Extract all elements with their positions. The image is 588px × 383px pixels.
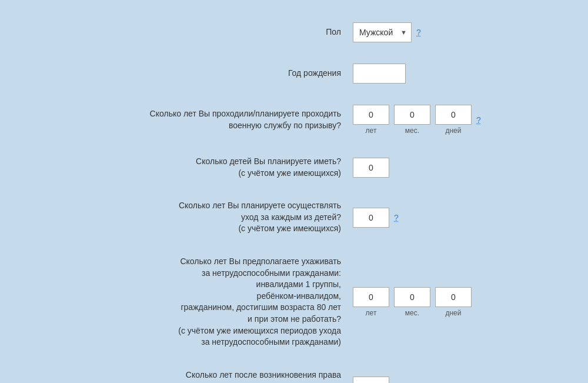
disability-months-label: мес. <box>405 309 419 317</box>
gender-help-link[interactable]: ? <box>416 28 421 37</box>
birth-year-control <box>353 64 482 84</box>
military-months-label: мес. <box>405 126 419 135</box>
disability-days-label: дней <box>445 309 461 317</box>
military-months-group: 0 мес. <box>394 105 430 135</box>
military-help-link[interactable]: ? <box>476 115 481 125</box>
gender-control: Мужской Женский ▼ ? <box>353 22 482 42</box>
disability-months-input[interactable] <box>394 287 430 307</box>
disability-care-row: Сколько лет Вы предполагаете ухаживать з… <box>47 245 541 359</box>
disability-care-control: лет мес. дней <box>353 287 482 317</box>
military-years-label: лет <box>366 126 377 135</box>
military-months-input[interactable]: 0 <box>394 105 430 125</box>
military-years-input[interactable]: 0 <box>353 105 389 125</box>
form-container: Пол Мужской Женский ▼ ? Год рождения Ско… <box>0 0 588 383</box>
children-care-control: ? <box>353 208 482 228</box>
birth-year-row: Год рождения <box>47 53 541 94</box>
pension-delay-label: Сколько лет после возникновения права на… <box>106 369 353 383</box>
gender-select[interactable]: Мужской Женский <box>353 22 412 42</box>
pension-delay-select[interactable]: 0 1 2 3 4 5 <box>353 377 389 383</box>
children-care-label: Сколько лет Вы планируете осуществлятьух… <box>106 200 353 235</box>
military-days-input[interactable]: 0 <box>435 105 472 125</box>
military-service-control: 0 лет 0 мес. 0 дней ? <box>353 105 482 135</box>
disability-months-group: мес. <box>394 287 430 317</box>
gender-row: Пол Мужской Женский ▼ ? <box>47 12 541 53</box>
children-count-control <box>353 158 482 178</box>
disability-care-label: Сколько лет Вы предполагаете ухаживать з… <box>106 256 353 348</box>
children-care-help-link[interactable]: ? <box>394 213 399 222</box>
disability-years-label: лет <box>366 309 377 317</box>
disability-years-input[interactable] <box>353 287 389 307</box>
birth-year-label: Год рождения <box>106 68 353 79</box>
military-days-label: дней <box>445 126 461 135</box>
pension-delay-row: Сколько лет после возникновения права на… <box>47 359 541 383</box>
birth-year-input[interactable] <box>353 64 406 84</box>
military-years-group: 0 лет <box>353 105 389 135</box>
children-count-input[interactable] <box>353 158 389 178</box>
pension-delay-control: 0 1 2 3 4 5 ▼ ? <box>353 377 482 383</box>
children-count-label: Сколько детей Вы планируете иметь?(с учё… <box>106 156 353 179</box>
children-care-input[interactable] <box>353 208 389 228</box>
gender-label: Пол <box>106 26 353 38</box>
gender-select-wrapper: Мужской Женский ▼ <box>353 22 412 42</box>
pension-delay-select-wrapper: 0 1 2 3 4 5 ▼ <box>353 377 389 383</box>
military-days-group: 0 дней <box>435 105 472 135</box>
disability-years-group: лет <box>353 287 389 317</box>
disability-days-group: дней <box>435 287 472 317</box>
children-care-row: Сколько лет Вы планируете осуществлятьух… <box>47 189 541 245</box>
children-count-row: Сколько детей Вы планируете иметь?(с учё… <box>47 145 541 189</box>
military-service-row: Сколько лет Вы проходили/планируете прох… <box>47 94 541 145</box>
military-service-label: Сколько лет Вы проходили/планируете прох… <box>106 108 353 131</box>
disability-days-input[interactable] <box>435 287 472 307</box>
